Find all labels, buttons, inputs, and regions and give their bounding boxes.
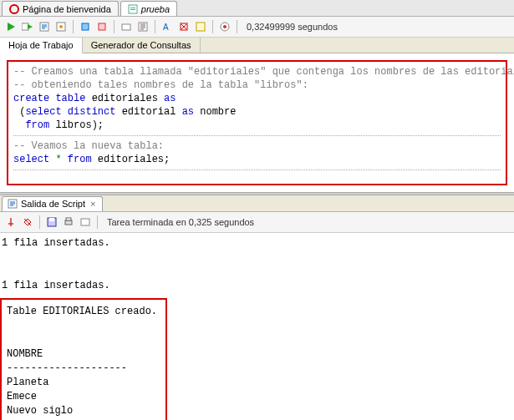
output-toolbar: Tarea terminada en 0,325 segundos xyxy=(0,212,514,233)
separator xyxy=(155,20,155,33)
svg-point-9 xyxy=(59,25,63,28)
tab-prueba-label: prueba xyxy=(141,4,170,14)
svg-rect-24 xyxy=(81,219,89,225)
worksheet-subtabs: Hoja de Trabajo Generador de Consultas xyxy=(0,38,514,53)
code-comment: -- Veamos la nueva tabla: xyxy=(13,140,164,152)
output-row: Emece xyxy=(5,390,162,404)
svg-point-18 xyxy=(223,25,226,28)
paren: ( xyxy=(13,106,25,118)
svg-rect-5 xyxy=(22,23,28,30)
explain-plan-button[interactable] xyxy=(37,19,52,34)
output-row: Nuevo siglo xyxy=(5,404,162,418)
output-tabs: Salida de Script × xyxy=(0,195,514,212)
kw: as xyxy=(182,106,194,118)
svg-rect-11 xyxy=(99,23,105,30)
sql-history-button[interactable] xyxy=(135,19,150,34)
timing-label: 0,32499999 segundos xyxy=(247,22,338,32)
svg-rect-10 xyxy=(82,23,89,30)
ident: editoriales xyxy=(92,93,158,104)
clear-button[interactable] xyxy=(176,19,191,34)
kw: from xyxy=(25,119,49,131)
close-icon[interactable]: × xyxy=(89,199,97,209)
kw: table xyxy=(55,93,85,104)
kw: * xyxy=(55,154,61,165)
code-comment: -- Creamos una tabla llamada "editoriale… xyxy=(13,66,514,78)
svg-rect-16 xyxy=(196,23,205,31)
svg-rect-22 xyxy=(65,220,72,225)
save-output-button[interactable] xyxy=(44,215,59,230)
ident: libros); xyxy=(55,119,104,131)
ident: editorial xyxy=(122,106,176,118)
rollback-button[interactable] xyxy=(94,19,109,34)
to-upper-button[interactable]: A xyxy=(160,19,175,34)
unshared-button[interactable] xyxy=(119,19,134,34)
svg-rect-12 xyxy=(122,24,130,30)
run-script-button[interactable] xyxy=(20,19,35,34)
kw: select xyxy=(25,106,61,118)
oracle-icon xyxy=(9,4,19,14)
tab-welcome-label: Página de bienvenida xyxy=(23,4,111,14)
indent xyxy=(13,119,25,131)
output-line: Table EDITORIALES creado. xyxy=(5,305,162,319)
output-line: 1 fila insertadas. xyxy=(0,279,514,293)
separator xyxy=(39,215,40,229)
output-blank xyxy=(0,265,514,279)
tab-script-output-label: Salida de Script xyxy=(21,199,85,209)
svg-marker-6 xyxy=(28,24,33,29)
separator xyxy=(237,20,237,33)
output-blank xyxy=(5,333,162,347)
stmt-separator xyxy=(13,135,501,136)
svg-rect-23 xyxy=(66,218,71,220)
tab-welcome[interactable]: Página de bienvenida xyxy=(2,1,119,16)
sql-editor[interactable]: -- Creamos una tabla llamada "editoriale… xyxy=(13,65,501,170)
output-line: 1 fila insertadas. xyxy=(0,236,514,250)
tab-script-output[interactable]: Salida de Script × xyxy=(2,196,103,211)
separator xyxy=(73,20,74,33)
script-output-icon xyxy=(8,199,18,209)
autotrace-button[interactable] xyxy=(53,19,69,34)
commit-button[interactable] xyxy=(78,19,93,34)
svg-point-0 xyxy=(10,5,18,13)
run-button[interactable] xyxy=(3,19,18,34)
tab-prueba[interactable]: prueba xyxy=(120,1,177,16)
svg-text:A: A xyxy=(163,23,169,32)
kw: as xyxy=(164,93,176,104)
svg-marker-4 xyxy=(8,23,15,31)
kw: select xyxy=(13,154,49,165)
task-message: Tarea terminada en 0,325 segundos xyxy=(107,217,254,227)
stmt-separator xyxy=(13,170,501,170)
script-output[interactable]: 1 fila insertadas. 1 fila insertadas. Ta… xyxy=(0,233,514,420)
subtab-worksheet[interactable]: Hoja de Trabajo xyxy=(0,38,83,53)
sql-file-icon xyxy=(128,4,138,14)
ident: editoriales; xyxy=(98,154,170,165)
clear-output-button[interactable] xyxy=(20,215,35,230)
dbms-output-button[interactable] xyxy=(217,19,232,34)
pin-button[interactable] xyxy=(3,215,18,230)
output-dashes: -------------------- xyxy=(5,362,162,376)
editor-area: -- Creamos una tabla llamada "editoriale… xyxy=(0,53,514,192)
output-row: Planeta xyxy=(5,376,162,390)
separator xyxy=(97,215,98,229)
editor-highlight-box: -- Creamos una tabla llamada "editoriale… xyxy=(7,60,507,185)
main-toolbar: A 0,32499999 segundos xyxy=(0,17,514,38)
kw: create xyxy=(13,93,49,104)
output-blank xyxy=(0,250,514,265)
separator xyxy=(114,20,115,33)
output-highlight-box: Table EDITORIALES creado. NOMBRE -------… xyxy=(0,298,167,420)
subtab-querygen[interactable]: Generador de Consultas xyxy=(83,38,201,53)
svg-rect-21 xyxy=(49,218,54,221)
output-blank xyxy=(5,319,162,333)
kw: distinct xyxy=(68,106,116,118)
svg-rect-2 xyxy=(130,8,135,8)
file-tabs: Página de bienvenida prueba xyxy=(0,0,514,17)
sql-tuning-button[interactable] xyxy=(193,19,208,34)
ident: nombre xyxy=(200,106,236,118)
kw: from xyxy=(68,154,92,165)
svg-rect-3 xyxy=(130,9,135,10)
print-output-button[interactable] xyxy=(61,215,76,230)
code-comment: -- obteniendo tales nombres de la tabla … xyxy=(13,79,308,91)
separator xyxy=(212,20,213,33)
output-col-header: NOMBRE xyxy=(5,347,162,362)
open-output-button[interactable] xyxy=(78,215,93,230)
